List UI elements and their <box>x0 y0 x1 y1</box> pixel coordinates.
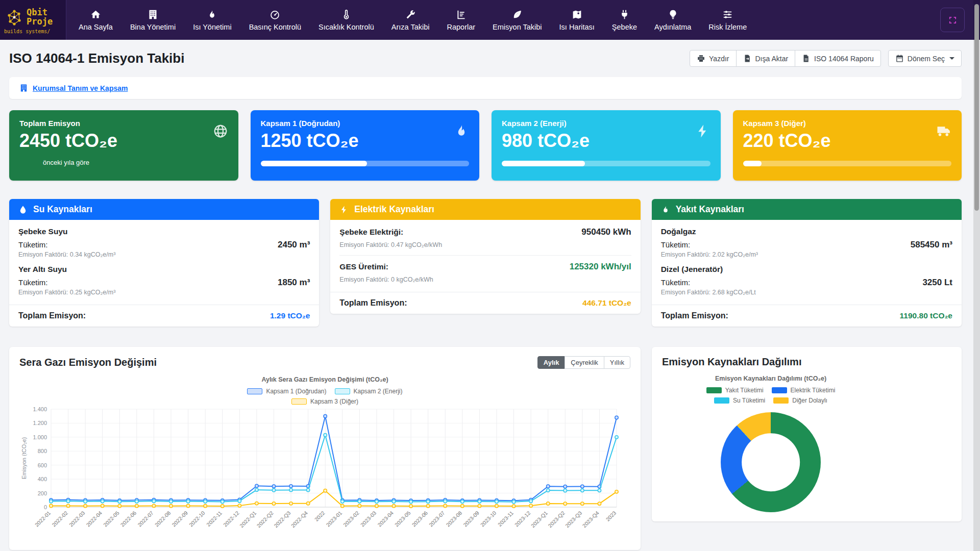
scrollbar-track <box>973 0 980 551</box>
printer-icon <box>697 54 705 63</box>
source-card: Su KaynaklarıŞebeke SuyuTüketim:2450 m³E… <box>9 199 319 327</box>
kpi-title: Toplam Emisyon <box>19 119 228 128</box>
nav-item-label: Isı Haritası <box>559 23 595 31</box>
source-card-footer: Toplam Emisyon:1.29 tCO₂e <box>9 305 319 327</box>
pdf-file-icon <box>802 54 811 63</box>
print-button[interactable]: Yazdır <box>690 50 736 67</box>
bolt-icon <box>695 123 710 139</box>
svg-text:2022-02: 2022-02 <box>51 510 69 528</box>
nav-item-plug[interactable]: Şebeke <box>612 9 637 31</box>
kpi-progress-bar <box>261 161 470 166</box>
brand-tagline: builds systems/ <box>4 29 62 34</box>
globe-icon <box>213 123 228 139</box>
svg-text:200: 200 <box>38 490 47 496</box>
source-row-value: 1850 m³ <box>278 278 310 288</box>
nav-item-leaf[interactable]: Emisyon Takibi <box>493 9 542 31</box>
droplet-icon <box>18 205 28 214</box>
emission-trend-card: Sera Gazı Emisyon Değişimi AylıkÇeyrekli… <box>9 347 641 550</box>
iso-report-button[interactable]: ISO 14064 Raporu <box>795 50 881 67</box>
svg-text:2023-05: 2023-05 <box>394 510 412 528</box>
toggle-aylık[interactable]: Aylık <box>537 356 566 369</box>
legend-item[interactable]: Kapsam 3 (Diğer) <box>291 398 358 405</box>
truck-icon <box>936 123 951 139</box>
svg-text:2022-Q2: 2022-Q2 <box>256 510 275 529</box>
building-icon <box>19 84 28 92</box>
svg-text:2023-09: 2023-09 <box>462 510 480 528</box>
svg-text:600: 600 <box>38 462 47 468</box>
nav-item-sliders[interactable]: Risk İzleme <box>708 9 747 31</box>
legend-item[interactable]: Diğer Dolaylı <box>773 397 827 404</box>
nav-item-gauge[interactable]: Basınç Kontrolü <box>249 9 301 31</box>
legend-item[interactable]: Su Tüketimi <box>714 397 765 404</box>
svg-text:2023-06: 2023-06 <box>410 510 429 528</box>
kpi-card: Kapsam 1 (Doğrudan)1250 tCO₂e <box>251 110 480 181</box>
toggle-çeyreklik[interactable]: Çeyreklik <box>565 356 604 369</box>
svg-text:1.000: 1.000 <box>33 434 47 440</box>
brand-name: QbitProje <box>27 8 53 27</box>
source-name: GES Üretimi: <box>339 262 388 271</box>
nav-item-map[interactable]: Isı Haritası <box>559 9 595 31</box>
kpi-progress-bar <box>502 161 710 166</box>
total-emission-label: Toplam Emisyon: <box>661 311 728 320</box>
scrollbar-thumb[interactable] <box>974 4 979 211</box>
legend-item[interactable]: Yakıt Tüketimi <box>706 387 764 394</box>
svg-text:2023-11: 2023-11 <box>497 510 514 528</box>
corporate-scope-card: Kurumsal Tanım ve Kapsam <box>9 77 962 99</box>
brand-network-icon <box>4 7 24 28</box>
export-button[interactable]: Dışa Aktar <box>736 50 796 67</box>
nav-item-lightbulb[interactable]: Aydınlatma <box>654 9 691 31</box>
svg-text:2022-03: 2022-03 <box>68 510 86 528</box>
brand-logo[interactable]: QbitProje builds systems/ <box>0 0 66 40</box>
svg-text:2023: 2023 <box>604 510 617 522</box>
emission-factor: Emisyon Faktörü: 0 kgCO₂e/kWh <box>339 276 631 283</box>
svg-text:2023-03: 2023-03 <box>359 510 378 528</box>
source-card-title: Yakıt Kaynakları <box>676 204 744 215</box>
distribution-card: Emisyon Kaynakları Dağılımı Emisyon Kayn… <box>652 347 962 521</box>
source-row-label: Tüketim: <box>18 278 48 287</box>
svg-text:2022-05: 2022-05 <box>102 510 120 528</box>
svg-text:2023-12: 2023-12 <box>513 510 532 528</box>
plug-icon <box>619 9 630 20</box>
source-section: GES Üretimi:125320 kWh/yılEmisyon Faktör… <box>339 262 631 283</box>
leaf-icon <box>512 9 523 20</box>
thermometer-icon <box>341 9 352 20</box>
charts-row: Sera Gazı Emisyon Değişimi AylıkÇeyrekli… <box>9 347 962 550</box>
source-card-title: Su Kaynakları <box>33 204 92 215</box>
legend-item[interactable]: Elektrik Tüketimi <box>772 387 836 394</box>
legend-item[interactable]: Kapsam 2 (Enerji) <box>335 388 403 395</box>
nav-item-thermometer[interactable]: Sıcaklık Kontrolü <box>318 9 374 31</box>
nav-item-label: Arıza Takibi <box>391 23 430 31</box>
nav-item-flame[interactable]: Isı Yönetimi <box>193 9 232 31</box>
source-card-header: Elektrik Kaynakları <box>330 199 640 220</box>
source-name: Şebeke Suyu <box>18 227 68 236</box>
sliders-icon <box>722 9 733 20</box>
source-card-header: Yakıt Kaynakları <box>652 199 962 220</box>
total-emission-value: 1190.80 tCO₂e <box>900 311 952 320</box>
nav-item-building[interactable]: Bina Yönetimi <box>130 9 176 31</box>
flame-icon <box>207 9 217 20</box>
svg-text:2022-06: 2022-06 <box>119 510 138 528</box>
period-select-button[interactable]: Dönem Seç <box>888 50 962 67</box>
nav-item-home[interactable]: Ana Sayfa <box>79 9 113 31</box>
toggle-yıllık[interactable]: Yıllık <box>604 356 630 369</box>
svg-text:2023-07: 2023-07 <box>428 510 446 528</box>
source-row-label: Tüketim: <box>18 240 48 249</box>
svg-text:2022-04: 2022-04 <box>85 510 103 528</box>
svg-text:2023-Q4: 2023-Q4 <box>581 510 600 529</box>
source-card: Yakıt KaynaklarıDoğalgazTüketim:585450 m… <box>652 199 962 327</box>
total-emission-label: Toplam Emisyon: <box>18 311 86 320</box>
nav-item-bar-chart[interactable]: Raporlar <box>447 9 476 31</box>
nav-item-wrench[interactable]: Arıza Takibi <box>391 9 430 31</box>
source-card: Elektrik KaynaklarıŞebeke Elektriği:9504… <box>330 199 640 314</box>
svg-text:2022-Q4: 2022-Q4 <box>290 510 309 529</box>
distribution-doughnut-chart <box>721 412 821 512</box>
calendar-icon <box>895 54 904 63</box>
nav-item-label: Basınç Kontrolü <box>249 23 301 31</box>
trend-chart-legend: Kapsam 1 (Doğrudan)Kapsam 2 (Enerji)Kaps… <box>218 388 432 405</box>
kpi-value: 980 tCO₂e <box>502 130 710 152</box>
corporate-scope-link[interactable]: Kurumsal Tanım ve Kapsam <box>33 84 128 92</box>
source-section: Şebeke Elektriği:950450 kWhEmisyon Faktö… <box>339 227 631 248</box>
fullscreen-button[interactable] <box>940 8 965 32</box>
flame-icon <box>661 205 670 214</box>
legend-item[interactable]: Kapsam 1 (Doğrudan) <box>247 388 326 395</box>
